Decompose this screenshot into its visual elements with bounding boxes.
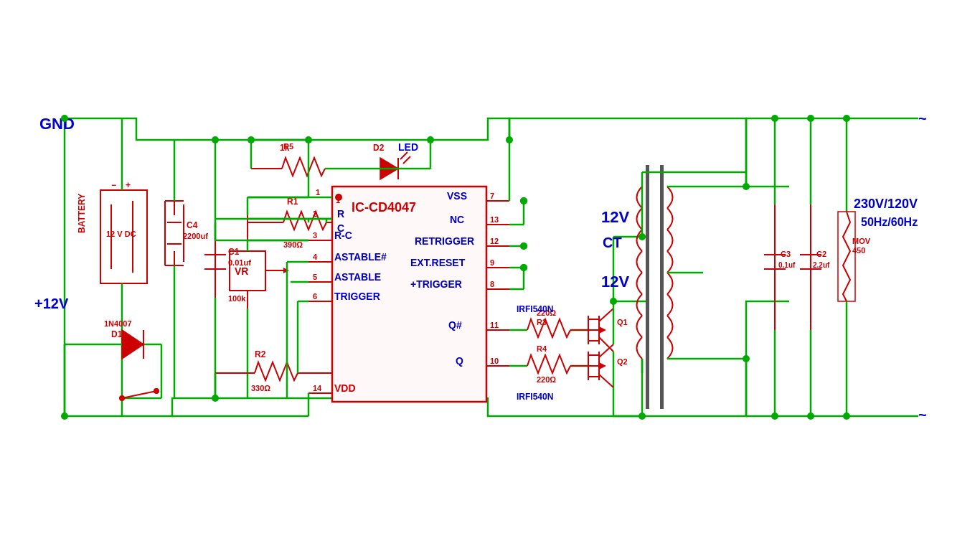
svg-text:1: 1	[336, 196, 340, 204]
svg-text:EXT.RESET: EXT.RESET	[410, 257, 466, 268]
svg-text:~: ~	[918, 407, 927, 423]
svg-text:1N4007: 1N4007	[104, 319, 132, 328]
svg-text:NC: NC	[450, 214, 464, 225]
svg-text:6: 6	[313, 292, 317, 301]
svg-text:Q1: Q1	[617, 318, 628, 326]
svg-text:230V/120V: 230V/120V	[854, 197, 918, 211]
svg-text:5: 5	[313, 273, 317, 281]
svg-text:C: C	[337, 222, 344, 234]
svg-text:C3: C3	[781, 250, 791, 258]
svg-text:450: 450	[852, 246, 865, 255]
svg-point-132	[506, 136, 513, 143]
svg-point-259	[212, 136, 219, 143]
svg-text:12 V DC: 12 V DC	[106, 230, 136, 238]
svg-point-200	[639, 413, 646, 420]
svg-text:100k: 100k	[228, 294, 246, 303]
svg-text:10: 10	[490, 357, 499, 365]
svg-text:R2: R2	[255, 349, 266, 359]
svg-text:+: +	[126, 180, 131, 190]
svg-point-211	[743, 183, 750, 190]
svg-text:12V: 12V	[601, 273, 629, 291]
svg-text:C2: C2	[816, 250, 826, 258]
svg-text:Q#: Q#	[448, 319, 462, 331]
svg-text:Q: Q	[456, 355, 463, 367]
svg-text:C4: C4	[187, 220, 198, 230]
svg-text:IC-CD4047: IC-CD4047	[352, 200, 416, 215]
svg-text:~: ~	[918, 110, 927, 126]
svg-text:0.1uf: 0.1uf	[778, 261, 796, 269]
svg-text:VDD: VDD	[334, 382, 356, 394]
svg-text:8: 8	[490, 280, 494, 288]
svg-text:13: 13	[490, 215, 499, 224]
svg-text:ASTABLE#: ASTABLE#	[334, 251, 387, 263]
svg-point-246	[520, 242, 527, 250]
svg-text:VR: VR	[235, 265, 248, 277]
svg-point-14	[61, 115, 68, 122]
svg-text:+TRIGGER: +TRIGGER	[410, 278, 462, 290]
svg-point-220	[771, 413, 778, 420]
svg-text:2200uf: 2200uf	[183, 232, 208, 240]
svg-point-212	[743, 355, 750, 362]
svg-text:+12V: +12V	[34, 296, 69, 311]
svg-point-80	[427, 136, 434, 143]
svg-rect-192	[646, 165, 649, 409]
svg-point-260	[212, 395, 219, 402]
svg-point-228	[807, 115, 814, 122]
svg-text:TRIGGER: TRIGGER	[334, 291, 380, 302]
svg-text:BATTERY: BATTERY	[77, 194, 87, 233]
svg-text:50Hz/60Hz: 50Hz/60Hz	[861, 216, 918, 228]
svg-point-236	[843, 413, 850, 420]
svg-text:IRFI540N: IRFI540N	[517, 304, 553, 314]
svg-text:390Ω: 390Ω	[283, 240, 303, 249]
circuit-diagram: − + BATTERY 12 V DC GND +12V C4 2200uf 1…	[0, 0, 980, 551]
svg-text:R3: R3	[537, 318, 547, 326]
svg-text:12: 12	[490, 237, 499, 245]
svg-text:MOV: MOV	[852, 237, 871, 245]
svg-rect-193	[660, 165, 664, 409]
svg-text:CT: CT	[603, 235, 622, 250]
svg-text:RETRIGGER: RETRIGGER	[415, 235, 474, 247]
svg-text:4: 4	[313, 253, 318, 261]
svg-text:9: 9	[490, 258, 494, 267]
svg-text:LED: LED	[398, 141, 418, 153]
svg-text:VSS: VSS	[447, 190, 467, 202]
svg-point-191	[610, 298, 617, 305]
svg-text:7: 7	[490, 192, 494, 200]
svg-text:R: R	[337, 208, 344, 220]
svg-text:R5: R5	[283, 142, 293, 151]
svg-text:3: 3	[313, 231, 317, 240]
svg-text:14: 14	[313, 384, 322, 392]
svg-text:2: 2	[313, 209, 317, 218]
svg-text:2.2uf: 2.2uf	[813, 261, 830, 269]
svg-text:ASTABLE: ASTABLE	[334, 271, 381, 283]
svg-point-198	[639, 233, 646, 240]
svg-point-229	[807, 413, 814, 420]
svg-text:1: 1	[316, 188, 320, 197]
svg-text:IRFI540N: IRFI540N	[517, 392, 553, 402]
svg-text:11: 11	[490, 321, 499, 329]
svg-text:GND: GND	[39, 115, 75, 133]
svg-text:Q2: Q2	[617, 357, 628, 366]
svg-point-219	[771, 115, 778, 122]
svg-text:12V: 12V	[601, 208, 629, 226]
svg-text:D2: D2	[373, 143, 385, 153]
svg-text:R4: R4	[537, 344, 547, 353]
svg-text:−: −	[111, 180, 116, 190]
svg-text:330Ω: 330Ω	[251, 384, 270, 392]
svg-point-245	[520, 197, 527, 204]
svg-text:220Ω: 220Ω	[537, 375, 556, 384]
svg-point-247	[520, 264, 527, 271]
svg-point-235	[843, 115, 850, 122]
svg-text:D1: D1	[111, 329, 123, 339]
